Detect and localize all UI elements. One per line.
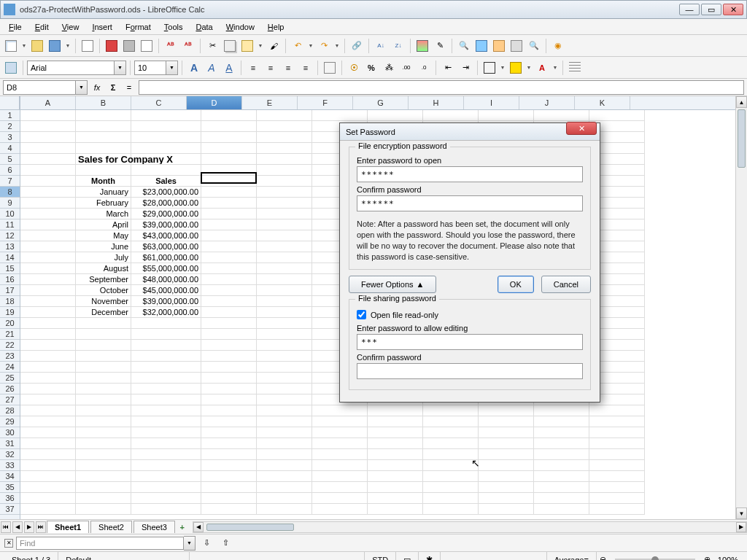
find-dropdown[interactable]: ▼ [184,536,196,551]
row-header-36[interactable]: 36 [0,493,20,504]
row-header-19[interactable]: 19 [0,307,20,318]
cell[interactable] [312,449,368,460]
cell[interactable] [201,198,257,209]
cell[interactable] [534,438,589,449]
cell[interactable] [20,121,76,132]
cell[interactable] [76,132,131,143]
cell[interactable] [76,416,131,427]
cell[interactable]: August [76,263,131,274]
tab-nav-last[interactable]: ⏭ [36,521,46,533]
cell[interactable] [479,427,534,438]
cell[interactable] [479,110,534,121]
cell[interactable] [131,449,201,460]
cell[interactable] [201,482,257,493]
cell[interactable] [131,373,201,384]
row-header-2[interactable]: 2 [0,121,20,132]
zoom-in-button[interactable]: ⊕ [701,555,713,560]
help-button[interactable]: ◉ [550,38,566,54]
cell[interactable] [201,449,257,460]
name-box-dropdown[interactable]: ▼ [76,80,88,95]
cell[interactable] [20,187,76,198]
decrease-indent-button[interactable]: ⇤ [440,60,456,76]
cell[interactable] [423,504,479,515]
cell[interactable] [76,493,131,504]
cell[interactable] [257,219,312,230]
font-name-combo[interactable]: Arial ▼ [27,61,126,75]
cell[interactable] [201,154,257,165]
row-header-13[interactable]: 13 [0,241,20,252]
cell[interactable]: Sales [131,176,201,187]
show-draw-button[interactable]: ✎ [432,38,448,54]
cell[interactable]: December [76,307,131,318]
cell[interactable] [20,219,76,230]
row-header-1[interactable]: 1 [0,110,20,121]
cell[interactable] [257,482,312,493]
cell[interactable]: November [76,296,131,307]
cell[interactable] [20,230,76,241]
cell[interactable] [131,329,201,340]
menu-insert[interactable]: Insert [86,21,118,33]
row-header-4[interactable]: 4 [0,143,20,154]
row-header-24[interactable]: 24 [0,362,20,373]
cell[interactable] [589,110,645,121]
cell[interactable] [589,405,645,416]
cell[interactable] [131,318,201,329]
cell[interactable]: $39,000,000.00 [131,219,201,230]
sum-icon[interactable]: Σ [107,81,120,94]
col-header-G[interactable]: G [353,96,409,109]
cell[interactable]: $23,000,000.00 [131,187,201,198]
cell[interactable] [201,394,257,405]
find-button[interactable]: 🔍 [456,38,472,54]
cell[interactable] [368,493,423,504]
del-decimal-button[interactable]: .0 [416,60,432,76]
mail-button[interactable] [80,38,96,54]
cell[interactable] [201,296,257,307]
cell[interactable] [201,176,257,187]
find-next-button[interactable]: ⇩ [198,535,214,551]
status-cell-info[interactable]: Average= [547,552,597,560]
cell[interactable] [131,165,201,176]
fewer-options-button[interactable]: Fewer Options ▲ [349,276,436,293]
cell[interactable] [589,482,645,493]
print-preview-button[interactable] [139,38,155,54]
cell[interactable] [76,394,131,405]
cell[interactable]: January [76,187,131,198]
percent-button[interactable]: % [363,60,379,76]
cell[interactable] [257,493,312,504]
col-header-J[interactable]: J [519,96,575,109]
status-selection-mode[interactable]: ▭ [396,552,419,560]
cell[interactable] [257,405,312,416]
cell[interactable] [534,493,589,504]
cell[interactable] [20,460,76,471]
name-box[interactable]: D8 ▼ [3,80,88,95]
sort-desc-button[interactable]: Z↓ [390,38,406,54]
cell[interactable]: $28,000,000.00 [131,198,201,209]
cell[interactable] [201,427,257,438]
cell[interactable] [20,438,76,449]
col-header-I[interactable]: I [464,96,519,109]
cell[interactable] [423,449,479,460]
cell[interactable] [201,241,257,252]
cell[interactable] [201,438,257,449]
paste-button[interactable] [239,38,255,54]
cell[interactable] [257,263,312,274]
cell[interactable]: $55,000,000.00 [131,263,201,274]
cell[interactable]: Sales for Company X [76,154,131,165]
cell[interactable] [76,460,131,471]
cell[interactable] [368,471,423,482]
row-header-25[interactable]: 25 [0,373,20,384]
sheet-tab-1[interactable]: Sheet1 [47,521,89,533]
cell[interactable] [76,329,131,340]
cell[interactable] [312,427,368,438]
cell[interactable] [312,471,368,482]
cell[interactable]: $29,000,000.00 [131,209,201,219]
cell[interactable] [423,427,479,438]
cell[interactable] [131,394,201,405]
cell[interactable] [423,110,479,121]
cell[interactable] [257,471,312,482]
zoom-button[interactable]: 🔍 [526,38,542,54]
cell[interactable] [131,384,201,394]
cell[interactable] [479,438,534,449]
italic-button[interactable]: A [204,60,220,76]
row-header-9[interactable]: 9 [0,198,20,209]
